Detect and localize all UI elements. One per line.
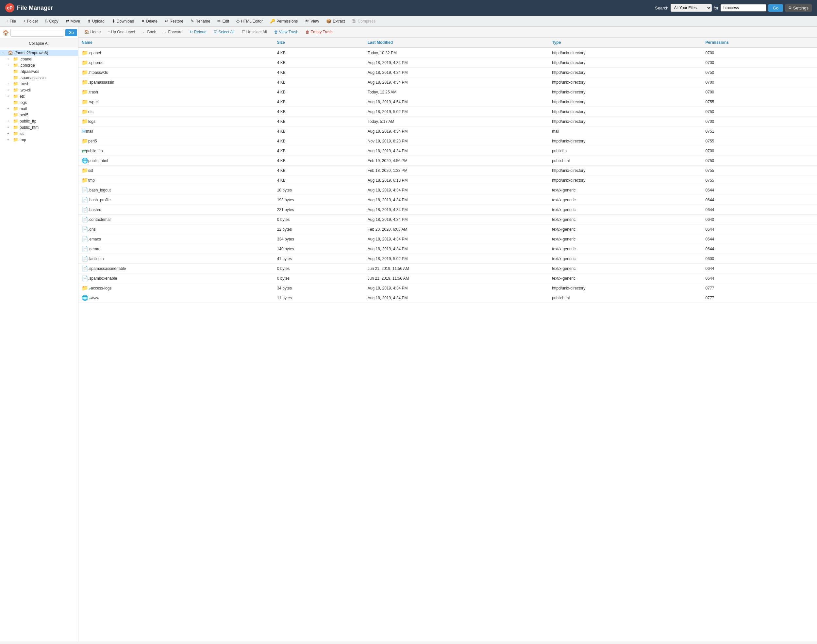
file-name-link-24[interactable]: access-logs xyxy=(91,286,112,290)
table-row[interactable]: 📄 .bashrc 231 bytes Aug 18, 2019, 4:34 P… xyxy=(78,205,817,215)
tree-toggle-trash[interactable]: + xyxy=(7,82,12,86)
compress-button[interactable]: 🗜 Compress xyxy=(349,17,379,25)
col-name[interactable]: Name xyxy=(78,38,274,48)
file-name-link-13[interactable]: tmp xyxy=(88,178,95,182)
table-row[interactable]: 📁 .trash 4 KB Today, 12:25 AM httpd/unix… xyxy=(78,87,817,97)
table-row[interactable]: 🌐 public_html 4 KB Feb 19, 2020, 4:56 PM… xyxy=(78,156,817,166)
tree-item-public-ftp[interactable]: + 📁 public_ftp xyxy=(5,118,78,124)
table-row[interactable]: 📁 logs 4 KB Today, 5:17 AM httpd/unix-di… xyxy=(78,117,817,126)
file-name-link-14[interactable]: .bash_logout xyxy=(88,188,111,192)
reload-button[interactable]: ↻ Reload xyxy=(186,28,210,36)
tree-item-htpasswds[interactable]: 📁 .htpasswds xyxy=(5,68,78,75)
table-row[interactable]: ✉ mail 4 KB Aug 18, 2019, 4:34 PM mail 0… xyxy=(78,126,817,136)
file-name-link-18[interactable]: .dns xyxy=(88,227,96,232)
new-file-button[interactable]: + File xyxy=(3,17,19,25)
file-name-link-3[interactable]: .spamassassin xyxy=(88,80,114,84)
file-name-link-4[interactable]: .trash xyxy=(88,90,98,94)
table-row[interactable]: 📁 .cpanel 4 KB Today, 10:32 PM httpd/uni… xyxy=(78,48,817,58)
file-name-link-11[interactable]: public_html xyxy=(88,158,108,163)
table-row[interactable]: 📄 .lastlogin 41 bytes Aug 18, 2019, 5:02… xyxy=(78,254,817,264)
html-editor-button[interactable]: ◇ HTML Editor xyxy=(233,17,266,25)
tree-item-home[interactable]: − 🏠 (/home2/improwh6) xyxy=(0,50,78,56)
tree-toggle-ssl[interactable]: + xyxy=(7,132,12,135)
file-name-link-10[interactable]: public_ftp xyxy=(86,149,103,153)
permissions-button[interactable]: 🔑 Permissions xyxy=(267,17,301,25)
search-go-button[interactable]: Go xyxy=(768,4,783,12)
view-trash-button[interactable]: 🗑 View Trash xyxy=(271,28,302,36)
tree-item-mail[interactable]: + 📁 mail xyxy=(5,106,78,112)
table-row[interactable]: 📄 .gemrc 140 bytes Aug 18, 2019, 4:34 PM… xyxy=(78,244,817,254)
new-folder-button[interactable]: + Folder xyxy=(20,17,41,25)
col-size[interactable]: Size xyxy=(274,38,364,48)
col-permissions[interactable]: Permissions xyxy=(702,38,817,48)
table-row[interactable]: 📁 .htpasswds 4 KB Aug 18, 2019, 4:34 PM … xyxy=(78,67,817,77)
rename-button[interactable]: ✎ Rename xyxy=(187,17,213,25)
settings-button[interactable]: ⚙ Settings xyxy=(785,4,812,12)
restore-button[interactable]: ↩ Restore xyxy=(161,17,187,25)
tree-item-cphorde[interactable]: + 📁 .cphorde xyxy=(5,62,78,68)
sidebar-go-button[interactable]: Go xyxy=(65,29,77,36)
tree-item-etc[interactable]: + 📁 etc xyxy=(5,93,78,99)
forward-button[interactable]: → Forward xyxy=(160,28,185,36)
table-row[interactable]: 📄 .bash_logout 18 bytes Aug 18, 2019, 4:… xyxy=(78,185,817,195)
tree-toggle-tmp[interactable]: + xyxy=(7,138,12,141)
file-name-link-7[interactable]: logs xyxy=(88,119,95,124)
back-button[interactable]: ← Back xyxy=(139,28,159,36)
file-name-link-8[interactable]: mail xyxy=(86,129,93,133)
table-row[interactable]: 📁⇗ access-logs 34 bytes Aug 18, 2019, 4:… xyxy=(78,283,817,293)
table-row[interactable]: 📄 .emacs 334 bytes Aug 18, 2019, 4:34 PM… xyxy=(78,234,817,244)
file-name-link-22[interactable]: .spamassassinenable xyxy=(88,266,126,271)
table-row[interactable]: 📄 .spamboxenable 0 bytes Jun 21, 2019, 1… xyxy=(78,273,817,283)
tree-toggle-public-ftp[interactable]: + xyxy=(7,119,12,123)
file-name-link-23[interactable]: .spamboxenable xyxy=(88,276,117,281)
unselect-all-button[interactable]: ☐ Unselect All xyxy=(239,28,270,36)
file-name-link-12[interactable]: ssl xyxy=(88,168,93,173)
file-name-link-21[interactable]: .lastlogin xyxy=(88,256,104,261)
empty-trash-button[interactable]: 🗑 Empty Trash xyxy=(302,28,336,36)
select-all-button[interactable]: ☑ Select All xyxy=(210,28,238,36)
table-row[interactable]: 📄 .bash_profile 193 bytes Aug 18, 2019, … xyxy=(78,195,817,205)
move-button[interactable]: ⇄ Move xyxy=(63,17,83,25)
collapse-all-button[interactable]: Collapse All xyxy=(0,39,78,48)
tree-toggle-public-html[interactable]: + xyxy=(7,126,12,129)
extract-button[interactable]: 📦 Extract xyxy=(323,17,348,25)
search-input[interactable] xyxy=(720,4,766,11)
edit-button[interactable]: ✏ Edit xyxy=(214,17,232,25)
tree-item-wp-cli[interactable]: + 📁 .wp-cli xyxy=(5,87,78,93)
table-row[interactable]: 📄 .spamassassinenable 0 bytes Jun 21, 20… xyxy=(78,264,817,273)
copy-button[interactable]: ⎘ Copy xyxy=(42,17,62,25)
table-row[interactable]: ⇄ public_ftp 4 KB Aug 18, 2019, 4:34 PM … xyxy=(78,146,817,156)
table-row[interactable]: 📄 .contactemail 0 bytes Aug 18, 2019, 4:… xyxy=(78,215,817,224)
home-button[interactable]: 🏠 Home xyxy=(81,28,104,36)
col-modified[interactable]: Last Modified xyxy=(364,38,549,48)
table-row[interactable]: 📁 perl5 4 KB Nov 19, 2019, 8:28 PM httpd… xyxy=(78,136,817,146)
upload-button[interactable]: ⬆ Upload xyxy=(84,17,108,25)
tree-item-cpanel[interactable]: + 📁 .cpanel xyxy=(5,56,78,62)
col-type[interactable]: Type xyxy=(549,38,702,48)
tree-item-logs[interactable]: 📁 logs xyxy=(5,99,78,106)
file-name-link-25[interactable]: www xyxy=(91,296,100,300)
tree-item-tmp[interactable]: + 📁 tmp xyxy=(5,136,78,143)
file-name-link-0[interactable]: .cpanel xyxy=(88,51,101,55)
tree-toggle-etc[interactable]: + xyxy=(7,94,12,98)
tree-toggle-home[interactable]: − xyxy=(2,51,6,55)
file-name-link-9[interactable]: perl5 xyxy=(88,139,97,143)
file-name-link-15[interactable]: .bash_profile xyxy=(88,198,111,202)
search-scope-select[interactable]: All Your Files Current Directory File Na… xyxy=(671,4,712,12)
file-name-link-17[interactable]: .contactemail xyxy=(88,217,112,222)
file-name-link-6[interactable]: etc xyxy=(88,109,94,114)
file-name-link-19[interactable]: .emacs xyxy=(88,237,101,241)
table-row[interactable]: 📁 .spamassassin 4 KB Aug 18, 2019, 4:34 … xyxy=(78,77,817,87)
sidebar-path-input[interactable] xyxy=(11,29,64,37)
file-name-link-1[interactable]: .cphorde xyxy=(88,60,104,65)
tree-item-ssl[interactable]: + 📁 ssl xyxy=(5,130,78,136)
sidebar-home-icon[interactable]: 🏠 xyxy=(3,30,9,36)
tree-item-perl5[interactable]: 📁 perl5 xyxy=(5,112,78,118)
up-one-level-button[interactable]: ↑ Up One Level xyxy=(104,28,138,36)
download-button[interactable]: ⬇ Download xyxy=(109,17,137,25)
table-row[interactable]: 📁 .wp-cli 4 KB Aug 18, 2019, 4:54 PM htt… xyxy=(78,97,817,107)
table-row[interactable]: 📄 .dns 22 bytes Feb 20, 2020, 6:03 AM te… xyxy=(78,224,817,234)
table-row[interactable]: 📁 .cphorde 4 KB Aug 18, 2019, 4:34 PM ht… xyxy=(78,58,817,67)
file-name-link-20[interactable]: .gemrc xyxy=(88,247,100,251)
delete-button[interactable]: ✕ Delete xyxy=(138,17,161,25)
